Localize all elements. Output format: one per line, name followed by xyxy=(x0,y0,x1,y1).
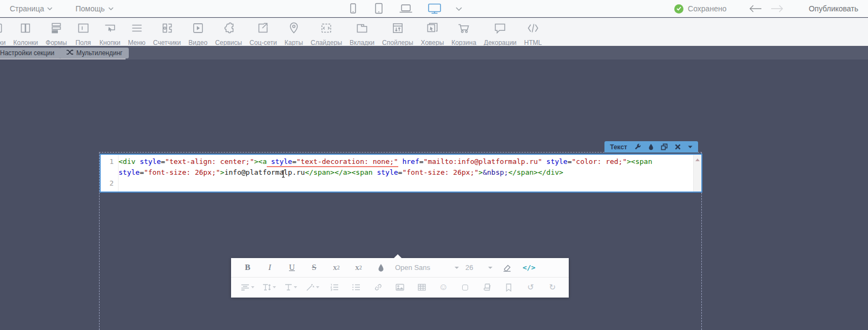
underline-button[interactable]: U xyxy=(281,260,303,276)
book-icon xyxy=(483,283,491,291)
widget-menu[interactable]: Меню xyxy=(124,21,149,46)
publish-button[interactable]: Опубликовать xyxy=(808,4,858,13)
format-row-secondary: ☺ ↺ ↻ xyxy=(231,278,569,297)
help-menu-label: Помощь xyxy=(75,4,104,13)
link-icon xyxy=(374,283,383,292)
editor-scrollbar[interactable] xyxy=(693,155,701,192)
section-settings-button[interactable]: Настройки секции xyxy=(0,48,61,58)
widget-hovers[interactable]: Ховеры xyxy=(417,21,448,46)
color-droplet-icon[interactable] xyxy=(648,143,654,150)
smiley-icon: ☺ xyxy=(439,282,448,293)
line-height-button[interactable] xyxy=(258,279,280,295)
paragraph-style-button[interactable] xyxy=(280,279,302,295)
duplicate-icon[interactable] xyxy=(661,143,668,150)
redo-icon[interactable] xyxy=(771,5,784,12)
droplet-icon xyxy=(378,263,384,272)
strikethrough-button[interactable]: S xyxy=(303,260,325,276)
help-menu[interactable]: Помощь xyxy=(75,4,113,13)
unordered-list-button[interactable] xyxy=(345,279,367,295)
font-size-select[interactable]: 26 xyxy=(462,263,496,272)
insert-image-button[interactable] xyxy=(389,279,411,295)
scrollbar-up-arrow-icon[interactable] xyxy=(695,159,700,161)
tablet-preview-button[interactable] xyxy=(372,2,385,15)
services-icon xyxy=(221,21,235,37)
undo-icon[interactable] xyxy=(749,5,762,12)
widget-buttons[interactable]: Кнопки xyxy=(96,21,124,46)
widget-forms[interactable]: Формы xyxy=(42,21,70,46)
multilanding-label: Мультилендинг xyxy=(76,49,122,57)
fields-icon xyxy=(76,21,90,37)
mouse-text-cursor xyxy=(281,170,286,180)
widget-blocks[interactable]: Блоки xyxy=(0,21,10,46)
counters-icon xyxy=(160,21,174,37)
widget-html[interactable]: HTML xyxy=(521,21,546,46)
laptop-preview-button[interactable] xyxy=(398,2,413,15)
ordered-list-icon xyxy=(330,283,339,291)
sliders-icon xyxy=(319,21,333,37)
element-toolbar-chevron-icon[interactable] xyxy=(688,146,693,149)
superscript-button[interactable]: x2 xyxy=(347,260,370,276)
page-menu[interactable]: Страница xyxy=(10,4,52,13)
blocks-icon xyxy=(0,21,4,37)
font-family-select[interactable]: Open Sans xyxy=(392,263,462,272)
eraser-icon xyxy=(503,263,511,272)
phone-preview-button[interactable] xyxy=(346,2,359,15)
caret-down-icon xyxy=(294,286,297,288)
unordered-list-icon xyxy=(352,283,360,291)
widget-spoilers[interactable]: Спойлеры xyxy=(378,21,417,46)
device-menu-chevron-icon[interactable] xyxy=(456,7,462,11)
italic-button[interactable]: I xyxy=(259,260,281,276)
line-number xyxy=(101,167,119,178)
menu-icon xyxy=(130,21,144,37)
widget-sliders[interactable]: Слайдеры xyxy=(307,21,346,46)
save-status-label: Сохранено xyxy=(688,4,726,13)
hovers-icon xyxy=(425,21,439,37)
widget-services[interactable]: Сервисы xyxy=(211,21,246,46)
code-line[interactable]: style="font-size: 26px;">info@platformal… xyxy=(101,167,693,178)
insert-table-button[interactable] xyxy=(411,279,432,295)
align-button[interactable] xyxy=(236,279,258,295)
html-code-editor[interactable]: 1<div style="text-align: center;"><a sty… xyxy=(100,154,702,193)
code-view-button[interactable]: </> xyxy=(518,260,540,276)
image-icon xyxy=(396,283,404,291)
widget-cart[interactable]: Корзина xyxy=(448,21,480,46)
clear-format-button[interactable] xyxy=(496,260,518,276)
insert-emoticon-button[interactable]: ☺ xyxy=(432,279,454,295)
special-character-button[interactable] xyxy=(455,279,476,295)
widget-columns[interactable]: Колонки xyxy=(10,21,42,46)
cart-icon xyxy=(457,21,471,37)
code-editor-lines[interactable]: 1<div style="text-align: center;"><a sty… xyxy=(101,155,693,192)
redo-button[interactable]: ↻ xyxy=(542,279,563,295)
code-line[interactable]: 2 xyxy=(101,178,693,189)
widget-tabs[interactable]: Вкладки xyxy=(346,21,378,46)
line-number: 1 xyxy=(101,156,119,167)
tabs-icon xyxy=(355,21,369,37)
widget-decorations[interactable]: Декорации xyxy=(480,21,521,46)
html-icon xyxy=(526,21,540,37)
delete-icon[interactable] xyxy=(675,144,681,150)
bold-button[interactable]: B xyxy=(236,260,259,276)
widget-counters[interactable]: Счетчики xyxy=(149,21,185,46)
templates-button[interactable] xyxy=(476,279,498,295)
widget-video[interactable]: Видео xyxy=(185,21,211,46)
element-type-label[interactable]: Текст xyxy=(610,143,627,151)
styles-wand-button[interactable] xyxy=(302,279,324,295)
widgets-toolbar: Блоки Колонки Формы Поля Кнопки Меню Сче… xyxy=(0,18,868,46)
page-canvas: Текст 1<div style="text-align: center;">… xyxy=(0,60,868,330)
wrench-icon[interactable] xyxy=(634,143,641,150)
video-icon xyxy=(191,21,205,37)
text-color-button[interactable] xyxy=(370,260,392,276)
multilanding-button[interactable]: Мультилендинг xyxy=(60,48,129,58)
bookmark-button[interactable] xyxy=(498,279,520,295)
subscript-button[interactable]: x2 xyxy=(325,260,347,276)
desktop-preview-button[interactable] xyxy=(426,2,443,15)
undo-button[interactable]: ↺ xyxy=(520,279,541,295)
insert-link-button[interactable] xyxy=(367,279,389,295)
ordered-list-button[interactable] xyxy=(324,279,345,295)
caret-down-icon xyxy=(488,267,492,269)
widget-fields[interactable]: Поля xyxy=(71,21,96,46)
code-line[interactable]: 1<div style="text-align: center;"><a sty… xyxy=(101,156,693,167)
font-family-value: Open Sans xyxy=(395,263,430,272)
widget-maps[interactable]: Карты xyxy=(281,21,307,46)
widget-social[interactable]: Соц-сети xyxy=(246,21,281,46)
